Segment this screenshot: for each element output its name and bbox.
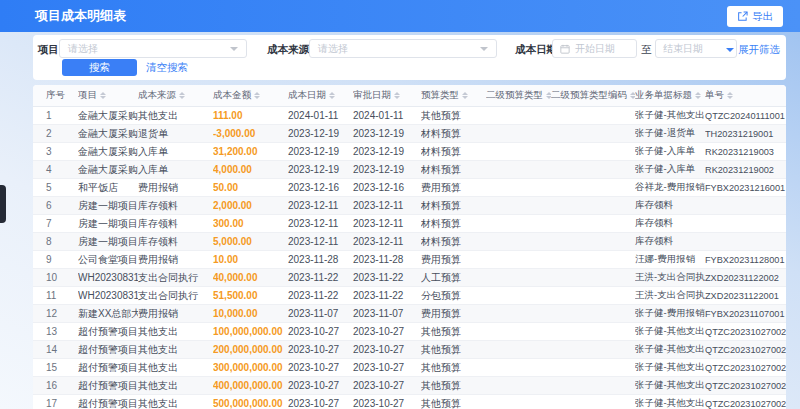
col-cost_source[interactable]: 成本来源: [138, 89, 213, 102]
cell-cost_date: 2023-10-27: [288, 362, 353, 373]
col-label: 成本来源: [138, 89, 176, 102]
table-row: 4金融大厦采购项目入库单4,000.002023-12-192023-12-19…: [33, 161, 786, 179]
cell-project: WH20230831: [78, 290, 138, 301]
cell-doc_no: FYBX20231107001: [705, 309, 786, 319]
chevron-down-icon: [726, 48, 734, 52]
col-doc_title[interactable]: 业务单据标题: [635, 89, 705, 102]
cell-cost_amount: 10,000.00: [213, 308, 288, 319]
cell-cost_amount: 200,000,000.00: [213, 344, 288, 355]
sort-carets-icon[interactable]: [100, 92, 106, 99]
cell-approval_date: 2023-12-19: [353, 164, 421, 175]
cell-approval_date: 2023-10-27: [353, 326, 421, 337]
cell-index: 12: [33, 308, 78, 319]
cell-cost_amount: 300.00: [213, 218, 288, 229]
cell-cost_source: 其他支出: [138, 361, 213, 375]
col-approval_date[interactable]: 审批日期: [353, 89, 421, 102]
cell-doc_no: FYBX20231216001: [705, 183, 786, 193]
cell-approval_date: 2023-11-22: [353, 290, 421, 301]
cost-source-select[interactable]: 请选择: [309, 39, 497, 58]
col-cost_amount[interactable]: 成本金额: [213, 89, 288, 102]
cell-cost_source: 其他支出: [138, 397, 213, 409]
sort-carets-icon[interactable]: [695, 92, 701, 99]
cell-cost_amount: 400,000,000.00: [213, 380, 288, 391]
col-index: 序号: [33, 89, 78, 102]
col-sub_budget_type_code[interactable]: 二级预算类型编码: [551, 89, 635, 102]
app-screen: 项目成本明细表 导出 项目 请选择 成本来源 请选择 成本日期: [0, 0, 800, 409]
table-row: 5和平饭店费用报销50.002023-12-162023-12-16费用预算谷祥…: [33, 179, 786, 197]
cell-project: 超付预警项目: [78, 343, 138, 357]
cell-doc_title: 张子健-其他支出: [635, 361, 705, 374]
cell-approval_date: 2023-12-19: [353, 128, 421, 139]
expand-filters-label: 展开筛选: [738, 43, 780, 57]
cell-project: 金融大厦采购项目: [78, 145, 138, 159]
cell-project: 金融大厦采购项目: [78, 127, 138, 141]
col-project[interactable]: 项目: [78, 89, 138, 102]
cell-cost_date: 2023-12-19: [288, 164, 353, 175]
col-sub_budget_type[interactable]: 二级预算类型: [486, 89, 551, 102]
cell-doc_title: 王洪-支出合同执行: [635, 289, 705, 302]
sort-carets-icon[interactable]: [254, 92, 260, 99]
cell-cost_source: 库存领料: [138, 235, 213, 249]
project-select-placeholder: 请选择: [68, 42, 98, 56]
cell-approval_date: 2023-10-27: [353, 380, 421, 391]
cell-approval_date: 2023-10-27: [353, 362, 421, 373]
end-date-input[interactable]: 结束日期: [655, 39, 737, 58]
cell-approval_date: 2023-11-07: [353, 308, 421, 319]
cell-cost_source: 费用报销: [138, 253, 213, 267]
export-label: 导出: [752, 10, 773, 24]
col-doc_no[interactable]: 单号: [705, 89, 786, 102]
export-button[interactable]: 导出: [727, 6, 783, 27]
cell-doc_title: 张子健-退货单: [635, 127, 705, 140]
col-label: 预算类型: [421, 89, 459, 102]
sort-carets-icon[interactable]: [329, 92, 335, 99]
cell-doc_title: 库存领料: [635, 235, 705, 248]
cell-approval_date: 2023-10-27: [353, 398, 421, 409]
cell-cost_amount: 300,000,000.00: [213, 362, 288, 373]
cell-index: 13: [33, 326, 78, 337]
project-select[interactable]: 请选择: [59, 39, 247, 58]
cell-doc_no: FYBX20231128001: [705, 255, 786, 265]
sort-carets-icon[interactable]: [727, 92, 733, 99]
cell-cost_source: 库存领料: [138, 217, 213, 231]
cell-budget_type: 分包预算: [421, 289, 486, 303]
cell-cost_amount: 51,500.00: [213, 290, 288, 301]
sort-carets-icon[interactable]: [179, 92, 185, 99]
cell-budget_type: 费用预算: [421, 181, 486, 195]
col-budget_type[interactable]: 预算类型: [421, 89, 486, 102]
cell-cost_date: 2023-10-27: [288, 380, 353, 391]
col-label: 二级预算类型编码: [551, 89, 627, 102]
cell-project: 房建一期项目: [78, 199, 138, 213]
side-drawer-handle[interactable]: [0, 185, 6, 223]
sort-carets-icon[interactable]: [462, 92, 468, 99]
cell-project: 新建XX总部大厦工程二期: [78, 307, 138, 321]
cell-cost_date: 2023-12-16: [288, 182, 353, 193]
expand-filters-link[interactable]: 展开筛选: [726, 43, 780, 57]
cell-budget_type: 材料预算: [421, 145, 486, 159]
cell-cost_amount: 2,000.00: [213, 200, 288, 211]
cell-cost_source: 其他支出: [138, 325, 213, 339]
table-row: 3金融大厦采购项目入库单31,200.002023-12-192023-12-1…: [33, 143, 786, 161]
cost-table: 序号项目成本来源成本金额成本日期审批日期预算类型二级预算类型二级预算类型编码业务…: [33, 85, 786, 409]
cell-budget_type: 费用预算: [421, 307, 486, 321]
cell-cost_amount: 40,000.00: [213, 272, 288, 283]
col-cost_date[interactable]: 成本日期: [288, 89, 353, 102]
table-row: 15超付预警项目其他支出300,000,000.002023-10-272023…: [33, 359, 786, 377]
page-title: 项目成本明细表: [35, 7, 126, 25]
clear-search-button[interactable]: 清空搜索: [146, 61, 188, 75]
cell-project: 房建一期项目: [78, 217, 138, 231]
project-filter-label: 项目: [38, 43, 59, 57]
sort-carets-icon[interactable]: [394, 92, 400, 99]
cell-budget_type: 费用预算: [421, 253, 486, 267]
cell-index: 17: [33, 398, 78, 409]
cell-project: 超付预警项目: [78, 379, 138, 393]
col-label: 业务单据标题: [635, 89, 692, 102]
cell-doc_no: QTZC20231027002: [705, 345, 786, 355]
cell-doc_title: 库存领料: [635, 199, 705, 212]
cell-cost_amount: 10.00: [213, 254, 288, 265]
search-button[interactable]: 搜索: [62, 59, 137, 76]
cost-source-filter-label: 成本来源: [267, 43, 309, 57]
cell-index: 2: [33, 128, 78, 139]
top-bar: 项目成本明细表 导出: [0, 0, 800, 32]
cell-cost_source: 费用报销: [138, 307, 213, 321]
start-date-input[interactable]: 开始日期: [552, 39, 637, 58]
